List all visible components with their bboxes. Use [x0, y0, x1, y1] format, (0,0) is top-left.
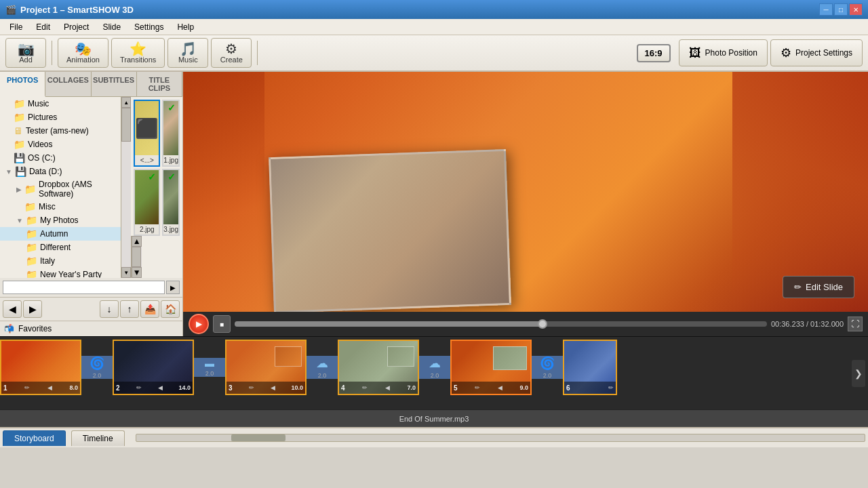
- slide-audio-2[interactable]: ◀: [158, 384, 163, 391]
- transitions-button[interactable]: ⭐ Transitions: [111, 38, 165, 68]
- trans-duration-3: 2.0: [318, 372, 327, 379]
- tree-item-newyear[interactable]: 📁 New Year's Party: [0, 268, 121, 278]
- slide-edit-6[interactable]: ✏: [608, 384, 614, 391]
- tree-item-pictures[interactable]: 📁 Pictures: [0, 110, 121, 124]
- minimize-button[interactable]: ─: [819, 3, 833, 16]
- slide-duration-2: 14.0: [178, 384, 191, 391]
- tab-subtitles[interactable]: SUBTITLES: [92, 72, 137, 96]
- tree-item-dropbox[interactable]: ▶ 📁 Dropbox (AMS Software): [0, 178, 121, 200]
- timeline-scroll-thumb: [231, 434, 285, 441]
- tab-titleclips[interactable]: TITLE CLIPS: [137, 72, 182, 96]
- stop-button[interactable]: ■: [213, 315, 231, 333]
- slide-audio-1[interactable]: ◀: [47, 384, 52, 391]
- trans-icon-1: 🌀: [90, 356, 104, 371]
- trans-icon-4: ☁: [429, 356, 441, 371]
- slide-edit-1[interactable]: ✏: [24, 384, 30, 391]
- slide-thumb-2[interactable]: 2 ✏ ◀ 14.0: [113, 340, 194, 395]
- timeline-scrollbar[interactable]: [136, 434, 865, 442]
- tree-scroll-up[interactable]: ▲: [121, 97, 131, 108]
- menu-edit[interactable]: Edit: [29, 21, 57, 33]
- grid-scroll-track[interactable]: [132, 247, 142, 267]
- slide-audio-4[interactable]: ◀: [385, 384, 390, 391]
- path-input[interactable]: [3, 281, 165, 294]
- tree-item-misc[interactable]: ▶ 📁 Misc: [0, 200, 121, 214]
- favorites-bar[interactable]: 📬 Favorites: [0, 321, 182, 336]
- thumb-back-label: <...>: [135, 155, 159, 165]
- slide-number-4: 4: [341, 384, 345, 392]
- transition-1[interactable]: 🌀 2.0: [81, 356, 113, 379]
- slide-item-6: 6 ✏: [563, 340, 617, 395]
- download-button[interactable]: ↓: [100, 300, 119, 318]
- slide-edit-4[interactable]: ✏: [362, 384, 368, 391]
- slide-thumb-3[interactable]: 3 ✏ ◀ 10.0: [225, 340, 307, 395]
- animation-button[interactable]: 🎭 Animation: [58, 38, 108, 68]
- photo-thumb-back[interactable]: ⬛ <...>: [134, 100, 160, 167]
- ratio-button[interactable]: 16:9: [637, 44, 671, 62]
- slide-duration-3: 10.0: [291, 384, 303, 391]
- edit-slide-button[interactable]: ✏ Edit Slide: [783, 276, 854, 298]
- menu-settings[interactable]: Settings: [127, 21, 170, 33]
- slide-thumb-6[interactable]: 6 ✏: [563, 340, 617, 395]
- tree-item-tester[interactable]: 🖥 Tester (ams-new): [0, 124, 121, 138]
- slide-thumb-1[interactable]: 1 ✏ ◀ 8.0: [0, 340, 81, 395]
- tree-item-different[interactable]: 📁 Different: [0, 241, 121, 254]
- path-arrow-button[interactable]: ▶: [166, 281, 180, 294]
- grid-scroll-down[interactable]: ▼: [132, 267, 142, 278]
- slide-thumb-5[interactable]: 5 ✏ ◀ 9.0: [450, 340, 532, 395]
- next-button[interactable]: ▶: [23, 300, 42, 318]
- storyboard-tab[interactable]: Storyboard: [3, 430, 66, 446]
- progress-thumb: [538, 319, 547, 329]
- slide-edit-2[interactable]: ✏: [136, 384, 142, 391]
- transition-2[interactable]: ▬ 2.0: [194, 358, 225, 377]
- photo-position-button[interactable]: 🖼 Photo Position: [679, 39, 768, 66]
- menu-bar: File Edit Project Slide Settings Help: [0, 19, 868, 35]
- transition-4[interactable]: ☁ 2.0: [419, 356, 450, 379]
- close-button[interactable]: ✕: [849, 3, 863, 16]
- timeline-tab[interactable]: Timeline: [71, 430, 125, 446]
- menu-slide[interactable]: Slide: [96, 21, 127, 33]
- fullscreen-button[interactable]: ⛶: [848, 317, 863, 331]
- transition-3[interactable]: ☁ 2.0: [307, 356, 338, 379]
- add-button[interactable]: 📷 Add: [5, 38, 46, 68]
- tab-collages[interactable]: COLLAGES: [45, 72, 91, 96]
- tree-scroll-down[interactable]: ▼: [121, 267, 131, 278]
- photo-grid: ⬛ <...> 1.jpg ✓ 2.jpg ✓: [131, 97, 182, 278]
- create-button[interactable]: ⚙ Create: [211, 38, 252, 68]
- photo-thumb-3[interactable]: 3.jpg ✓: [162, 169, 180, 236]
- slide-edit-5[interactable]: ✏: [475, 384, 480, 391]
- progress-track[interactable]: [235, 321, 767, 327]
- tree-item-music[interactable]: 📁 Music: [0, 97, 121, 110]
- maximize-button[interactable]: □: [834, 3, 848, 16]
- music-label: Music: [178, 56, 198, 64]
- tab-photos[interactable]: PHOTOS: [0, 72, 45, 97]
- tree-item-osc[interactable]: 💾 OS (C:): [0, 151, 121, 165]
- tree-item-datad[interactable]: ▼ 💾 Data (D:): [0, 165, 121, 178]
- export-button[interactable]: 📤: [140, 300, 159, 318]
- music-button[interactable]: 🎵 Music: [167, 38, 208, 68]
- project-settings-button[interactable]: ⚙ Project Settings: [770, 39, 863, 66]
- slide-thumb-4[interactable]: 4 ✏ ◀ 7.0: [338, 340, 419, 395]
- tree-item-videos[interactable]: 📁 Videos: [0, 138, 121, 151]
- tree-item-myphotos[interactable]: ▼ 📁 My Photos: [0, 214, 121, 227]
- tree-scroll-track[interactable]: [121, 108, 131, 267]
- transitions-label: Transitions: [120, 56, 156, 64]
- storyboard-next[interactable]: ❯: [852, 360, 865, 387]
- menu-file[interactable]: File: [3, 21, 29, 33]
- menu-help[interactable]: Help: [170, 21, 201, 33]
- grid-scroll-up[interactable]: ▲: [132, 236, 142, 247]
- tree-item-autumn[interactable]: 📁 Autumn: [0, 227, 121, 241]
- slide-audio-5[interactable]: ◀: [498, 384, 502, 391]
- home-button[interactable]: 🏠: [161, 300, 180, 318]
- prev-button[interactable]: ◀: [3, 300, 22, 318]
- slide-audio-3[interactable]: ◀: [271, 384, 275, 391]
- photo-thumb-2[interactable]: 2.jpg ✓: [134, 169, 160, 236]
- upload-button[interactable]: ↑: [120, 300, 139, 318]
- slide-edit-3[interactable]: ✏: [249, 384, 254, 391]
- ratio-label: 16:9: [645, 48, 663, 58]
- play-button[interactable]: ▶: [189, 314, 209, 334]
- menu-project[interactable]: Project: [57, 21, 96, 33]
- slide-number-1: 1: [3, 384, 7, 392]
- transition-5[interactable]: 🌀 2.0: [532, 356, 563, 379]
- photo-thumb-1[interactable]: 1.jpg ✓: [162, 100, 180, 167]
- tree-item-italy[interactable]: 📁 Italy: [0, 254, 121, 268]
